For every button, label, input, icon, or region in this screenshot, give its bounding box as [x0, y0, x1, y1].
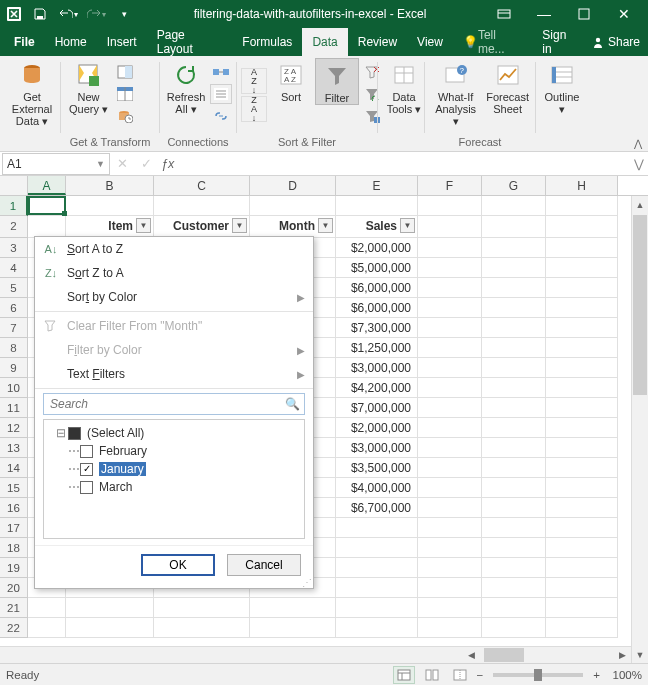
cell[interactable] — [154, 598, 250, 618]
cell[interactable] — [418, 338, 482, 358]
column-header[interactable]: D — [250, 176, 336, 195]
page-break-view-icon[interactable] — [449, 666, 471, 684]
from-table-icon[interactable] — [114, 84, 136, 104]
cell[interactable] — [418, 518, 482, 538]
column-header[interactable]: F — [418, 176, 482, 195]
cell[interactable] — [336, 618, 418, 638]
cell[interactable]: $3,500,000 — [336, 458, 418, 478]
cell[interactable]: $7,000,000 — [336, 398, 418, 418]
cell[interactable] — [66, 618, 154, 638]
zoom-level[interactable]: 100% — [606, 669, 642, 681]
cell[interactable] — [482, 618, 546, 638]
row-header[interactable]: 15 — [0, 478, 28, 498]
outline-button[interactable]: Outline ▾ — [540, 58, 584, 115]
cell[interactable] — [546, 498, 618, 518]
cell[interactable] — [336, 578, 418, 598]
cell[interactable]: Item▼ — [66, 216, 154, 238]
cell[interactable] — [546, 478, 618, 498]
checkbox-icon[interactable] — [80, 481, 93, 494]
filter-search-input[interactable] — [48, 396, 285, 412]
cell[interactable] — [418, 418, 482, 438]
scroll-left-icon[interactable]: ◀ — [463, 650, 480, 660]
cell[interactable] — [482, 298, 546, 318]
zoom-thumb[interactable] — [534, 669, 542, 681]
maximize-icon[interactable] — [564, 0, 604, 28]
properties-icon[interactable] — [210, 84, 232, 104]
filter-dropdown-icon[interactable]: ▼ — [318, 218, 333, 233]
cell[interactable] — [336, 196, 418, 216]
tab-file[interactable]: File — [4, 28, 45, 56]
page-layout-view-icon[interactable] — [421, 666, 443, 684]
edit-links-icon[interactable] — [210, 106, 232, 126]
cell[interactable] — [418, 318, 482, 338]
cell[interactable] — [28, 598, 66, 618]
cell[interactable] — [482, 358, 546, 378]
row-header[interactable]: 8 — [0, 338, 28, 358]
enter-formula-icon[interactable]: ✓ — [134, 156, 158, 171]
ribbon-options-icon[interactable] — [484, 0, 524, 28]
recent-sources-icon[interactable] — [114, 106, 136, 126]
cell[interactable] — [418, 478, 482, 498]
cell[interactable] — [482, 318, 546, 338]
cell[interactable]: $5,000,000 — [336, 258, 418, 278]
cell[interactable] — [418, 238, 482, 258]
cell[interactable] — [482, 418, 546, 438]
filter-item-select-all[interactable]: ⊟(Select All) — [46, 424, 302, 442]
cell[interactable] — [418, 438, 482, 458]
cell[interactable] — [482, 538, 546, 558]
select-all-corner[interactable] — [0, 176, 28, 195]
cell[interactable]: $6,000,000 — [336, 298, 418, 318]
row-header[interactable]: 7 — [0, 318, 28, 338]
row-header[interactable]: 13 — [0, 438, 28, 458]
sort-a-to-z[interactable]: A↓Sort A to Z — [35, 237, 313, 261]
tab-page-layout[interactable]: Page Layout — [147, 28, 233, 56]
cell[interactable] — [250, 598, 336, 618]
cell[interactable] — [482, 278, 546, 298]
cell[interactable] — [546, 518, 618, 538]
cell[interactable] — [546, 618, 618, 638]
cell[interactable] — [418, 558, 482, 578]
cell[interactable] — [28, 196, 66, 216]
cell[interactable] — [482, 238, 546, 258]
cell[interactable] — [66, 196, 154, 216]
scroll-up-icon[interactable]: ▲ — [632, 196, 648, 213]
cell[interactable] — [546, 458, 618, 478]
cell[interactable] — [66, 598, 154, 618]
qat-customize-icon[interactable]: ▾ — [112, 3, 136, 25]
cell[interactable] — [546, 558, 618, 578]
cell[interactable]: $7,300,000 — [336, 318, 418, 338]
cell[interactable] — [546, 298, 618, 318]
row-header[interactable]: 6 — [0, 298, 28, 318]
cell[interactable]: $4,200,000 — [336, 378, 418, 398]
row-header[interactable]: 1 — [0, 196, 28, 216]
filter-item-march[interactable]: ⋯March — [46, 478, 302, 496]
row-header[interactable]: 22 — [0, 618, 28, 638]
cell[interactable] — [418, 458, 482, 478]
tab-data[interactable]: Data — [302, 28, 347, 56]
cell[interactable] — [418, 578, 482, 598]
filter-dropdown-icon[interactable]: ▼ — [136, 218, 151, 233]
cell[interactable] — [418, 196, 482, 216]
tab-review[interactable]: Review — [348, 28, 407, 56]
column-header[interactable]: A — [28, 176, 66, 195]
cell[interactable]: $6,700,000 — [336, 498, 418, 518]
save-icon[interactable] — [28, 3, 52, 25]
cell[interactable] — [418, 498, 482, 518]
cell[interactable] — [336, 558, 418, 578]
tab-view[interactable]: View — [407, 28, 453, 56]
close-icon[interactable]: ✕ — [604, 0, 644, 28]
cell[interactable] — [546, 278, 618, 298]
cell[interactable] — [546, 438, 618, 458]
cell[interactable] — [336, 518, 418, 538]
forecast-sheet-button[interactable]: Forecast Sheet — [484, 58, 531, 115]
cell[interactable] — [250, 196, 336, 216]
cell[interactable] — [482, 458, 546, 478]
cell[interactable] — [482, 598, 546, 618]
cell[interactable]: Customer▼ — [154, 216, 250, 238]
row-header[interactable]: 21 — [0, 598, 28, 618]
row-header[interactable]: 2 — [0, 216, 28, 238]
filter-search[interactable]: 🔍 — [43, 393, 305, 415]
cell[interactable] — [418, 618, 482, 638]
zoom-out-icon[interactable]: − — [477, 669, 484, 681]
cell[interactable] — [418, 358, 482, 378]
